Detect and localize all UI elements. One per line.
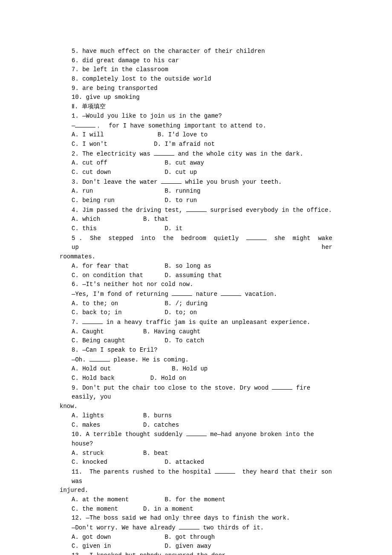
text-span: —Oh. bbox=[72, 356, 89, 363]
text-span: 3. Don't leave the water bbox=[72, 179, 161, 185]
text-line: injured. bbox=[60, 486, 332, 495]
text-line: C. on condition that D. assuming that bbox=[60, 271, 332, 280]
text-line: A. cut off B. cut away bbox=[60, 159, 332, 168]
text-line: 10. A terrible thought suddenly me—had a… bbox=[60, 430, 332, 448]
fill-blank bbox=[82, 318, 103, 324]
text-span: — bbox=[72, 122, 75, 129]
text-line: 2. The electricity was and the whole cit… bbox=[60, 149, 332, 159]
text-span: 5 . She stepped into the bedroom quietly bbox=[72, 235, 246, 242]
fill-blank bbox=[161, 177, 182, 184]
text-line: A. Caught B. Having caught bbox=[60, 327, 332, 337]
text-line: 12. —The boss said we had only three day… bbox=[60, 514, 332, 523]
text-line: 4. Jim passed the driving test, surprise… bbox=[60, 205, 332, 215]
text-span: please. He is coming. bbox=[110, 356, 189, 363]
fill-blank bbox=[172, 289, 192, 296]
text-line: 9. are being transported bbox=[60, 84, 332, 93]
text-line: 7. in a heavy traffic jam is quite an un… bbox=[60, 318, 332, 327]
text-line: know. bbox=[60, 402, 332, 411]
document-body: 5. have much effect on the character of … bbox=[60, 47, 332, 555]
text-span: 7. bbox=[72, 319, 82, 326]
text-line: Ⅱ. 单项填空 bbox=[60, 102, 332, 112]
text-span: —Don't worry. We have already bbox=[72, 524, 179, 531]
text-span: 9. Don't put the chair too close to the … bbox=[72, 384, 272, 391]
fill-blank bbox=[179, 523, 199, 529]
text-line: 10. give up smoking bbox=[60, 93, 332, 102]
fill-blank bbox=[246, 234, 267, 240]
fill-blank bbox=[221, 289, 241, 296]
text-line: —Don't worry. We have already two thirds… bbox=[60, 523, 332, 533]
text-line: roommates. bbox=[60, 252, 332, 262]
fill-blank bbox=[186, 430, 207, 436]
text-line: 6. did great damage to his car bbox=[60, 56, 332, 66]
text-span: nature bbox=[192, 291, 221, 298]
text-line: A. got down B. got through bbox=[60, 533, 332, 542]
text-line: C. makes D. catches bbox=[60, 421, 332, 430]
text-span: —Yes, I'm fond of returning bbox=[72, 291, 172, 298]
text-line: 1. —Would you like to join us in the gam… bbox=[60, 112, 332, 121]
text-line: C. Being caught D. To catch bbox=[60, 336, 332, 346]
text-line: A. which B. that bbox=[60, 215, 332, 224]
fill-blank bbox=[186, 205, 207, 212]
fill-blank bbox=[89, 355, 110, 361]
text-line: 8. completely lost to the outside world bbox=[60, 75, 332, 84]
fill-blank bbox=[215, 467, 235, 474]
text-line: 7. be left in the classroom bbox=[60, 65, 332, 75]
text-span: ， for I have something important to atte… bbox=[95, 122, 266, 129]
text-line: A. Hold out B. Hold up bbox=[60, 364, 332, 374]
text-line: 8. —Can I speak to Eril? bbox=[60, 346, 332, 355]
text-line: C. being run D. to run bbox=[60, 196, 332, 205]
text-span: vacation. bbox=[241, 291, 277, 298]
text-line: A. run B. running bbox=[60, 187, 332, 196]
text-span: 4. Jim passed the driving test, bbox=[72, 207, 186, 214]
text-line: A. for fear that B. so long as bbox=[60, 262, 332, 271]
fill-blank bbox=[75, 121, 95, 127]
text-span: 2. The electricity was bbox=[72, 150, 154, 157]
text-span: while you brush your teeth. bbox=[182, 179, 282, 185]
text-line: —Yes, I'm fond of returning nature vacat… bbox=[60, 289, 332, 299]
text-line: —， for I have something important to att… bbox=[60, 121, 332, 131]
text-line: A. I will B. I'd love to bbox=[60, 130, 332, 140]
text-line: A. struck B. beat bbox=[60, 449, 332, 458]
text-line: 3. Don't leave the water while you brush… bbox=[60, 177, 332, 187]
text-line: C. back to; in D. to; on bbox=[60, 308, 332, 318]
fill-blank bbox=[154, 149, 174, 156]
text-line: 5. have much effect on the character of … bbox=[60, 47, 332, 56]
text-line: 6. —It's neither hot nor cold now. bbox=[60, 280, 332, 289]
text-span: 10. A terrible thought suddenly bbox=[72, 431, 186, 438]
text-line: 9. Don't put the chair too close to the … bbox=[60, 383, 332, 402]
text-span: two thirds of it. bbox=[199, 524, 264, 531]
fill-blank bbox=[272, 383, 292, 390]
text-span: surprised everybody in the office. bbox=[207, 207, 332, 214]
text-span: in a heavy traffic jam is quite an unple… bbox=[103, 319, 310, 326]
text-line: 13. —I knocked but nobody answered the d… bbox=[60, 551, 332, 555]
text-line: A. lights B. burns bbox=[60, 411, 332, 421]
text-line: C. cut down D. cut up bbox=[60, 168, 332, 177]
text-line: 11. The parents rushed to the hospital t… bbox=[60, 467, 332, 486]
text-line: C. given in D. given away bbox=[60, 542, 332, 551]
text-line: C. this D. it bbox=[60, 224, 332, 234]
text-line: C. Hold back D. Hold on bbox=[60, 374, 332, 383]
text-line: C. the moment D. in a moment bbox=[60, 505, 332, 514]
text-span: and the whole city was in the dark. bbox=[174, 150, 303, 157]
text-line: —Oh. please. He is coming. bbox=[60, 355, 332, 365]
text-line: C. knocked D. attacked bbox=[60, 458, 332, 467]
text-line: 5 . She stepped into the bedroom quietly… bbox=[60, 234, 332, 252]
text-span: 11. The parents rushed to the hospital bbox=[72, 468, 215, 475]
text-line: C. I won't D. I'm afraid not bbox=[60, 140, 332, 149]
text-line: A. at the moment B. for the moment bbox=[60, 495, 332, 505]
text-line: A. to the; on B. /; during bbox=[60, 299, 332, 309]
